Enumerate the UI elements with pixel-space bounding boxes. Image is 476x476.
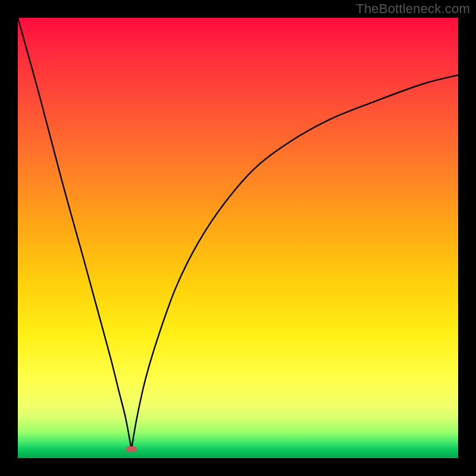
curve-layer [18, 18, 458, 458]
watermark-text: TheBottleneck.com [356, 1, 470, 17]
chart-frame: TheBottleneck.com [0, 0, 476, 476]
curve-right-branch [131, 75, 458, 449]
minimum-marker [126, 446, 137, 452]
curve-left-branch [18, 18, 131, 449]
